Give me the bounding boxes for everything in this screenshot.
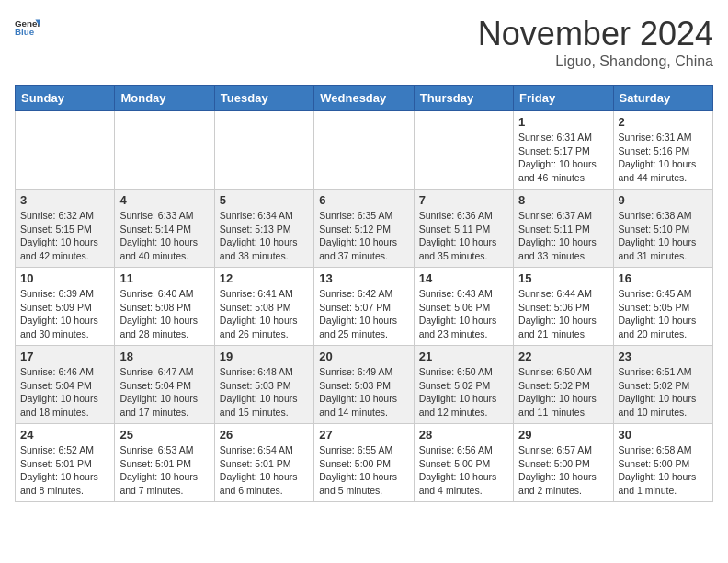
day-cell: 7Sunrise: 6:36 AM Sunset: 5:11 PM Daylig… [414,190,513,268]
day-info: Sunrise: 6:46 AM Sunset: 5:04 PM Dayligh… [20,365,109,419]
day-number: 12 [220,271,309,285]
calendar-header-row: Sunday Monday Tuesday Wednesday Thursday… [16,86,713,111]
day-info: Sunrise: 6:52 AM Sunset: 5:01 PM Dayligh… [20,443,109,498]
day-number: 24 [20,428,109,442]
day-number: 21 [419,350,508,363]
day-info: Sunrise: 6:48 AM Sunset: 5:03 PM Dayligh… [220,365,309,419]
day-number: 29 [518,428,608,442]
day-cell: 28Sunrise: 6:56 AM Sunset: 5:00 PM Dayli… [414,424,513,502]
day-cell: 25Sunrise: 6:53 AM Sunset: 5:01 PM Dayli… [115,424,214,502]
day-info: Sunrise: 6:47 AM Sunset: 5:04 PM Dayligh… [119,365,209,419]
day-number: 11 [119,271,209,285]
day-cell: 15Sunrise: 6:44 AM Sunset: 5:06 PM Dayli… [514,268,613,346]
day-cell [16,111,115,190]
day-info: Sunrise: 6:41 AM Sunset: 5:08 PM Dayligh… [220,287,309,341]
week-row-3: 10Sunrise: 6:39 AM Sunset: 5:09 PM Dayli… [16,268,713,346]
day-cell: 30Sunrise: 6:58 AM Sunset: 5:00 PM Dayli… [613,424,712,502]
header-saturday: Saturday [613,86,712,111]
day-number: 18 [119,350,209,363]
day-cell [314,111,414,190]
day-number: 22 [518,350,608,363]
day-number: 14 [419,271,508,285]
day-info: Sunrise: 6:35 AM Sunset: 5:12 PM Dayligh… [319,209,408,263]
day-info: Sunrise: 6:31 AM Sunset: 5:16 PM Dayligh… [619,131,708,185]
day-info: Sunrise: 6:56 AM Sunset: 5:00 PM Dayligh… [419,443,508,498]
day-cell: 17Sunrise: 6:46 AM Sunset: 5:04 PM Dayli… [16,346,115,424]
day-cell: 16Sunrise: 6:45 AM Sunset: 5:05 PM Dayli… [613,268,712,346]
day-info: Sunrise: 6:31 AM Sunset: 5:17 PM Dayligh… [518,131,608,185]
day-info: Sunrise: 6:57 AM Sunset: 5:00 PM Dayligh… [518,443,608,498]
day-cell: 8Sunrise: 6:37 AM Sunset: 5:11 PM Daylig… [514,190,613,268]
title-section: November 2024 Liguo, Shandong, China [478,15,713,70]
day-cell: 24Sunrise: 6:52 AM Sunset: 5:01 PM Dayli… [16,424,115,502]
week-row-5: 24Sunrise: 6:52 AM Sunset: 5:01 PM Dayli… [16,424,713,502]
day-number: 1 [518,115,608,129]
day-info: Sunrise: 6:43 AM Sunset: 5:06 PM Dayligh… [419,287,508,341]
day-number: 20 [319,350,408,363]
day-info: Sunrise: 6:51 AM Sunset: 5:02 PM Dayligh… [619,365,708,419]
day-number: 17 [20,350,109,363]
day-number: 26 [220,428,309,442]
day-number: 9 [619,193,708,207]
day-info: Sunrise: 6:55 AM Sunset: 5:00 PM Dayligh… [319,443,408,498]
day-number: 8 [518,193,608,207]
week-row-2: 3Sunrise: 6:32 AM Sunset: 5:15 PM Daylig… [16,190,713,268]
day-number: 2 [619,115,708,129]
day-number: 16 [619,271,708,285]
month-title: November 2024 [478,15,713,53]
day-info: Sunrise: 6:32 AM Sunset: 5:15 PM Dayligh… [20,209,109,263]
header-thursday: Thursday [414,86,513,111]
day-info: Sunrise: 6:34 AM Sunset: 5:13 PM Dayligh… [220,209,309,263]
week-row-4: 17Sunrise: 6:46 AM Sunset: 5:04 PM Dayli… [16,346,713,424]
day-number: 5 [220,193,309,207]
day-info: Sunrise: 6:44 AM Sunset: 5:06 PM Dayligh… [518,287,608,341]
day-cell: 26Sunrise: 6:54 AM Sunset: 5:01 PM Dayli… [214,424,313,502]
day-cell: 11Sunrise: 6:40 AM Sunset: 5:08 PM Dayli… [115,268,214,346]
day-cell: 18Sunrise: 6:47 AM Sunset: 5:04 PM Dayli… [115,346,214,424]
svg-text:Blue: Blue [15,27,35,37]
day-cell [115,111,214,190]
day-cell: 23Sunrise: 6:51 AM Sunset: 5:02 PM Dayli… [613,346,712,424]
day-number: 15 [518,271,608,285]
day-cell: 13Sunrise: 6:42 AM Sunset: 5:07 PM Dayli… [314,268,414,346]
day-info: Sunrise: 6:42 AM Sunset: 5:07 PM Dayligh… [319,287,408,341]
day-info: Sunrise: 6:33 AM Sunset: 5:14 PM Dayligh… [119,209,209,263]
day-number: 27 [319,428,408,442]
day-cell: 9Sunrise: 6:38 AM Sunset: 5:10 PM Daylig… [613,190,712,268]
day-number: 6 [319,193,408,207]
logo-icon: General Blue [15,15,40,40]
day-cell: 12Sunrise: 6:41 AM Sunset: 5:08 PM Dayli… [214,268,313,346]
day-cell: 19Sunrise: 6:48 AM Sunset: 5:03 PM Dayli… [214,346,313,424]
day-number: 28 [419,428,508,442]
day-number: 4 [119,193,209,207]
day-cell: 6Sunrise: 6:35 AM Sunset: 5:12 PM Daylig… [314,190,414,268]
header-friday: Friday [514,86,613,111]
day-cell: 22Sunrise: 6:50 AM Sunset: 5:02 PM Dayli… [514,346,613,424]
day-info: Sunrise: 6:39 AM Sunset: 5:09 PM Dayligh… [20,287,109,341]
day-info: Sunrise: 6:37 AM Sunset: 5:11 PM Dayligh… [518,209,608,263]
day-info: Sunrise: 6:58 AM Sunset: 5:00 PM Dayligh… [619,443,708,498]
day-info: Sunrise: 6:40 AM Sunset: 5:08 PM Dayligh… [119,287,209,341]
day-cell: 5Sunrise: 6:34 AM Sunset: 5:13 PM Daylig… [214,190,313,268]
day-info: Sunrise: 6:53 AM Sunset: 5:01 PM Dayligh… [119,443,209,498]
day-info: Sunrise: 6:45 AM Sunset: 5:05 PM Dayligh… [619,287,708,341]
location-title: Liguo, Shandong, China [478,53,713,70]
calendar-table: Sunday Monday Tuesday Wednesday Thursday… [15,85,713,502]
day-info: Sunrise: 6:54 AM Sunset: 5:01 PM Dayligh… [220,443,309,498]
day-info: Sunrise: 6:36 AM Sunset: 5:11 PM Dayligh… [419,209,508,263]
day-number: 10 [20,271,109,285]
day-number: 30 [619,428,708,442]
day-info: Sunrise: 6:50 AM Sunset: 5:02 PM Dayligh… [518,365,608,419]
day-number: 19 [220,350,309,363]
day-cell: 10Sunrise: 6:39 AM Sunset: 5:09 PM Dayli… [16,268,115,346]
day-cell: 27Sunrise: 6:55 AM Sunset: 5:00 PM Dayli… [314,424,414,502]
day-info: Sunrise: 6:38 AM Sunset: 5:10 PM Dayligh… [619,209,708,263]
logo: General Blue [15,15,40,40]
day-number: 13 [319,271,408,285]
day-info: Sunrise: 6:49 AM Sunset: 5:03 PM Dayligh… [319,365,408,419]
day-number: 3 [20,193,109,207]
header-monday: Monday [115,86,214,111]
day-cell [214,111,313,190]
day-number: 23 [619,350,708,363]
day-cell: 2Sunrise: 6:31 AM Sunset: 5:16 PM Daylig… [613,111,712,190]
